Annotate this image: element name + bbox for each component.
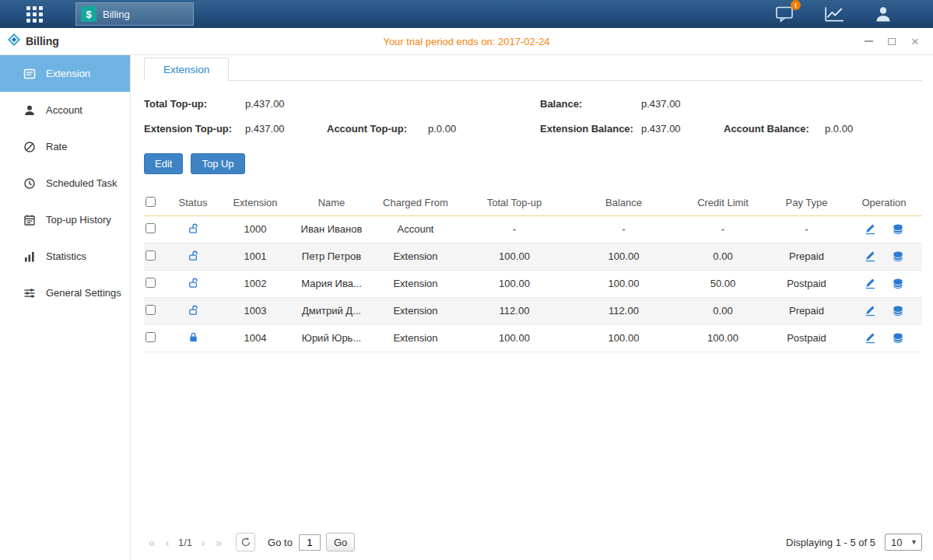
page-size-select[interactable]: 10 ▼ — [885, 534, 922, 551]
topup-row-icon[interactable] — [892, 306, 904, 317]
refresh-icon — [240, 537, 251, 548]
prev-page-button[interactable]: ‹ — [160, 536, 175, 549]
balance-field: Balance: p.437.00 — [540, 98, 724, 110]
cell-extension: 1004 — [219, 324, 292, 352]
maximize-button[interactable] — [886, 36, 897, 47]
account-balance-field: Account Balance: p.0.00 — [724, 123, 922, 135]
topup-row-icon[interactable] — [892, 333, 904, 344]
sliders-icon — [23, 287, 36, 299]
topup-row-icon[interactable] — [892, 224, 904, 235]
cell-balance: - — [569, 215, 679, 243]
balance-value: p.437.00 — [641, 98, 681, 110]
topbar-tab-label: Billing — [103, 9, 130, 20]
cell-total-topup: 100.00 — [460, 243, 569, 270]
topup-row-icon[interactable] — [892, 251, 904, 262]
close-button[interactable]: × — [910, 36, 921, 47]
billing-logo-icon — [8, 33, 20, 49]
page-size-value: 10 — [891, 537, 902, 548]
table-row: 1004 Юрий Юрь... Extension 100.00 100.00… — [144, 324, 922, 352]
lock-status-icon[interactable] — [188, 304, 199, 316]
row-checkbox[interactable] — [146, 332, 156, 342]
sidebar-item-account[interactable]: Account — [0, 92, 130, 128]
top-up-button[interactable]: Top Up — [191, 153, 244, 174]
edit-row-icon[interactable] — [865, 223, 876, 235]
sidebar-item-general-settings[interactable]: General Settings — [0, 275, 130, 311]
tabbar: Extension — [144, 58, 922, 81]
cell-balance: 100.00 — [569, 243, 679, 270]
apps-grid-icon[interactable] — [26, 6, 43, 23]
extension-icon — [23, 68, 36, 80]
account-topup-value: p.0.00 — [428, 123, 456, 135]
account-balance-label: Account Balance: — [724, 123, 825, 135]
account-balance-value: p.0.00 — [825, 123, 853, 135]
calendar-icon — [23, 214, 36, 226]
cell-name: Иван Иванов — [292, 215, 371, 243]
row-checkbox[interactable] — [146, 278, 156, 288]
edit-row-icon[interactable] — [865, 332, 876, 344]
row-checkbox[interactable] — [146, 223, 156, 233]
main-content: Extension Total Top-up: p.437.00 Balance… — [131, 55, 933, 559]
col-header-status: Status — [167, 191, 219, 215]
account-topup-label: Account Top-up: — [327, 123, 428, 135]
cell-credit-limit: 0.00 — [679, 297, 767, 324]
last-page-button[interactable]: » — [211, 536, 226, 549]
cell-charged-from: Account — [371, 215, 460, 243]
row-checkbox[interactable] — [146, 250, 156, 261]
lock-status-icon[interactable] — [188, 250, 199, 261]
total-topup-field: Total Top-up: p.437.00 — [144, 98, 327, 110]
extension-topup-label: Extension Top-up: — [144, 123, 245, 135]
cell-extension: 1002 — [219, 270, 292, 297]
sidebar-item-rate[interactable]: Rate — [0, 128, 130, 165]
minimize-button[interactable] — [863, 36, 874, 47]
total-topup-label: Total Top-up: — [144, 98, 245, 110]
bar-chart-icon — [23, 250, 36, 263]
summary-panel: Total Top-up: p.437.00 Balance: p.437.00… — [144, 98, 922, 135]
goto-page-input[interactable] — [299, 534, 321, 551]
tab-extension[interactable]: Extension — [144, 58, 229, 81]
lock-status-icon[interactable] — [188, 222, 199, 234]
col-header-credit-limit: Credit Limit — [679, 191, 767, 215]
topbar-tab-billing[interactable]: $ Billing — [75, 2, 194, 26]
notifications-chat-icon[interactable]: ! — [774, 5, 794, 23]
topup-row-icon[interactable] — [892, 278, 904, 289]
col-header-extension: Extension — [219, 191, 292, 215]
displaying-text: Displaying 1 - 5 of 5 — [786, 537, 875, 548]
clock-icon — [23, 177, 36, 190]
edit-row-icon[interactable] — [865, 278, 876, 289]
sidebar-item-extension[interactable]: Extension — [0, 55, 130, 92]
first-page-button[interactable]: « — [144, 536, 160, 549]
cell-total-topup: 100.00 — [460, 270, 569, 297]
cell-extension: 1001 — [219, 243, 292, 270]
person-icon — [23, 104, 36, 117]
row-checkbox[interactable] — [146, 305, 156, 315]
sidebar-item-label: Account — [46, 104, 82, 116]
cell-charged-from: Extension — [371, 297, 460, 324]
lock-status-icon[interactable] — [188, 277, 199, 289]
goto-label: Go to — [268, 537, 293, 548]
edit-row-icon[interactable] — [865, 250, 876, 262]
sidebar-item-statistics[interactable]: Statistics — [0, 238, 130, 275]
refresh-button[interactable] — [236, 533, 255, 551]
cell-credit-limit: 100.00 — [679, 324, 767, 352]
next-page-button[interactable]: › — [195, 536, 211, 549]
cell-credit-limit: - — [679, 215, 767, 243]
cell-pay-type: Prepaid — [767, 243, 846, 270]
col-header-total-topup: Total Top-up — [460, 191, 569, 215]
sidebar-item-scheduled-task[interactable]: Scheduled Task — [0, 165, 130, 201]
statistics-chart-icon[interactable] — [824, 5, 844, 23]
edit-button[interactable]: Edit — [144, 153, 183, 174]
lock-status-icon[interactable] — [188, 331, 199, 343]
edit-row-icon[interactable] — [865, 305, 876, 317]
table-row: 1003 Дмитрий Д... Extension 112.00 112.0… — [144, 297, 922, 324]
cell-extension: 1003 — [219, 297, 292, 324]
user-account-icon[interactable] — [874, 5, 893, 23]
select-all-checkbox[interactable] — [146, 197, 156, 207]
sidebar-item-label: General Settings — [46, 287, 121, 299]
cell-charged-from: Extension — [371, 270, 460, 297]
window-title: Billing — [26, 35, 59, 47]
sidebar-item-topup-history[interactable]: Top-up History — [0, 201, 130, 238]
col-header-name: Name — [292, 191, 371, 215]
dollar-icon: $ — [81, 6, 96, 22]
account-topup-field: Account Top-up: p.0.00 — [327, 123, 540, 135]
go-button[interactable]: Go — [326, 533, 355, 551]
